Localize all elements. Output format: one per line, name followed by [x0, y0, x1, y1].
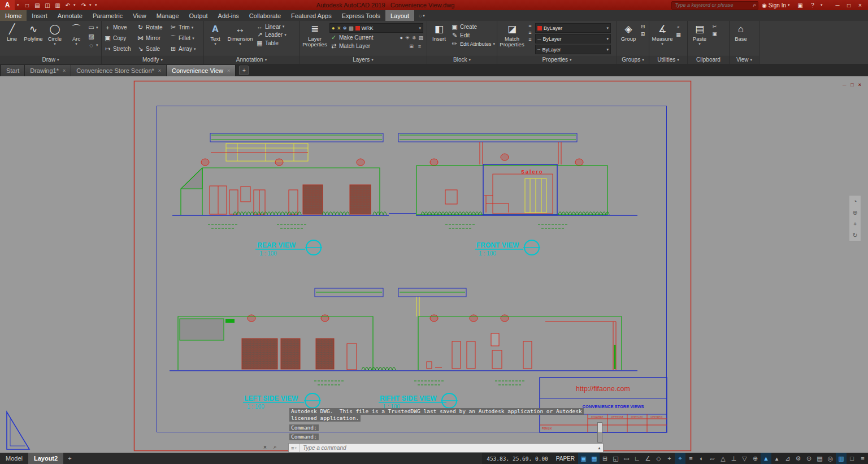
insert-block-button[interactable]: ◧ Insert [429, 22, 449, 55]
group-button[interactable]: ◈ Group [619, 22, 638, 55]
help-search-box[interactable]: ⌕ [671, 1, 758, 10]
redo-caret-icon[interactable]: ▾ [89, 3, 94, 7]
ribbon-tab[interactable]: Annotate [53, 10, 88, 21]
fillet-button[interactable]: ⌒Fillet▾ [169, 34, 204, 42]
help-caret-icon[interactable]: ▾ [821, 3, 825, 7]
open-icon[interactable]: ▤ [33, 2, 42, 8]
table-button[interactable]: ▦Table [255, 40, 295, 47]
pan-icon[interactable]: ⊕ [849, 207, 861, 218]
polar-tracking-icon[interactable]: ∠ [643, 453, 653, 464]
draw-panel-label[interactable]: Draw▾ [0, 55, 101, 64]
match-layer-button[interactable]: ⇄Match Layer [329, 42, 371, 50]
ribbon-tab[interactable]: Collaborate [244, 10, 286, 21]
close-icon[interactable]: × [227, 68, 230, 73]
new-drawing-tab-button[interactable]: + [239, 66, 249, 75]
help-search-input[interactable] [674, 2, 753, 8]
command-customize-icon[interactable]: ≡▾ [289, 444, 300, 452]
layer-properties-button[interactable]: ≣ Layer Properties [301, 22, 328, 55]
hatch-button[interactable]: ▨ [88, 33, 98, 40]
properties-panel-label[interactable]: Properties▾ [497, 55, 617, 64]
array-button[interactable]: ⊞Array▾ [169, 45, 204, 53]
quick-calc-icon[interactable]: ▦ [675, 32, 682, 37]
app-menu-caret-icon[interactable]: ▾ [17, 3, 21, 7]
lineweight-dropdown[interactable]: ─ ByLayer ▾ [535, 34, 611, 44]
edit-attributes-button[interactable]: ✏Edit Attributes▾ [450, 40, 496, 47]
linetype-dropdown[interactable]: ╌ ByLayer ▾ [535, 45, 611, 54]
properties-list-icon-1[interactable]: ≡ [527, 23, 534, 29]
line-button[interactable]: ╱ Line [2, 22, 22, 55]
command-input[interactable] [300, 444, 596, 452]
annotation-scale-icon[interactable]: ⊿ [782, 453, 793, 464]
autoscale-icon[interactable]: ▴ [771, 453, 782, 464]
layout-drawing[interactable]: Salero [0, 76, 868, 453]
layout-thumb-icon[interactable]: ▣ [578, 453, 589, 464]
properties-list-icon-2[interactable]: ≡ [527, 30, 534, 36]
view-panel-label[interactable]: View▾ [730, 55, 759, 64]
layout-minimize-icon[interactable]: ─ [843, 82, 846, 88]
file-tab[interactable]: Convenience View × [167, 65, 236, 76]
layer-dropdown-caret-icon[interactable]: ▾ [419, 26, 421, 31]
close-icon[interactable]: × [63, 68, 66, 73]
rotate-button[interactable]: ↻Rotate [136, 24, 169, 31]
close-button[interactable]: × [854, 0, 866, 10]
ribbon-tab[interactable]: Home [0, 10, 27, 21]
undo-icon[interactable]: ↶ [63, 2, 72, 8]
clipboard-panel-label[interactable]: Clipboard [688, 55, 729, 64]
edit-block-button[interactable]: ✎Edit [450, 32, 496, 39]
text-button[interactable]: A Text ▾ [206, 22, 225, 55]
layout2-tab[interactable]: Layout2 [28, 453, 63, 464]
ellipse-button[interactable]: ◌▾ [88, 42, 98, 49]
layer-dropdown[interactable]: ● ☀ ❄ ▥ WRK ▾ [329, 23, 423, 33]
app-store-cart-icon[interactable]: ▣ [796, 2, 805, 8]
groups-panel-label[interactable]: Groups▾ [617, 55, 649, 64]
osnap-3d-icon[interactable]: △ [718, 453, 728, 464]
command-history-toggle-icon[interactable]: ▴ [596, 445, 603, 450]
object-color-dropdown[interactable]: ByLayer ▾ [535, 23, 611, 33]
arc-button[interactable]: ⌒ Arc ▾ [66, 22, 86, 55]
annotation-panel-label[interactable]: Annotation▾ [204, 55, 299, 64]
selection-filter-icon[interactable]: ▽ [739, 453, 750, 464]
command-scrollbar[interactable] [597, 422, 602, 443]
circle-button[interactable]: ◯ Circle ▾ [45, 22, 65, 55]
close-icon[interactable]: × [158, 68, 161, 73]
workspace-icon[interactable]: ⚙ [793, 453, 804, 464]
minimize-button[interactable]: ─ [832, 0, 843, 10]
ribbon-tab[interactable]: Express Tools [337, 10, 385, 21]
viewport-border[interactable] [157, 106, 667, 432]
create-block-button[interactable]: ▣Create [450, 23, 496, 31]
ribbon-tab[interactable]: Featured Apps [286, 10, 337, 21]
trim-button[interactable]: ✂Trim▾ [169, 24, 204, 31]
snap-icon[interactable]: ⊞ [600, 453, 610, 464]
ungroup-icon[interactable]: ⊞ [639, 31, 646, 37]
save-icon[interactable]: ◫ [43, 2, 52, 8]
block-panel-label[interactable]: Block▾ [427, 55, 497, 64]
make-current-button[interactable]: ✓Make Current [329, 34, 374, 41]
annotation-monitor-icon[interactable]: ⊙ [804, 453, 814, 464]
osnap-icon[interactable]: ⌖ [675, 453, 685, 464]
paste-button[interactable]: ▤ Paste ▾ [689, 22, 710, 55]
properties-list-icon-3[interactable]: ≡ [527, 37, 534, 42]
leader-button[interactable]: ↗Leader▾ [255, 31, 295, 38]
copy-button[interactable]: ▣Copy [103, 34, 136, 42]
clean-screen-icon[interactable]: □ [847, 453, 857, 464]
ortho-icon[interactable]: ∟ [632, 453, 643, 464]
cut-icon[interactable]: ✂ [711, 24, 718, 29]
file-tab[interactable]: Convenience Store Section* × [71, 65, 167, 76]
lineweight-icon[interactable]: ≡ [685, 453, 696, 464]
selection-cycling-icon[interactable]: ▱ [707, 453, 718, 464]
measure-button[interactable]: ∡ Measure ▾ [651, 22, 674, 55]
restore-button[interactable]: □ [843, 0, 854, 10]
isolate-objects-icon[interactable]: ◎ [825, 453, 836, 464]
transparency-icon[interactable]: ◐ [696, 453, 707, 464]
ribbon-tab[interactable]: View [128, 10, 151, 21]
new-file-icon[interactable]: □ [23, 2, 32, 8]
ribbon-display-toggle[interactable]: ◌▾ [414, 10, 429, 21]
undo-caret-icon[interactable]: ▾ [73, 3, 78, 7]
steering-wheel-icon[interactable]: ◔ [849, 196, 861, 207]
zoom-icon[interactable]: ⌖ [849, 218, 861, 229]
file-tab[interactable]: Drawing1* × [25, 65, 71, 76]
ribbon-tab[interactable]: Layout [385, 10, 414, 21]
gizmo-icon[interactable]: ⊕ [750, 453, 761, 464]
polyline-button[interactable]: ∿ Polyline [23, 22, 44, 55]
ribbon-tab[interactable]: Manage [151, 10, 184, 21]
